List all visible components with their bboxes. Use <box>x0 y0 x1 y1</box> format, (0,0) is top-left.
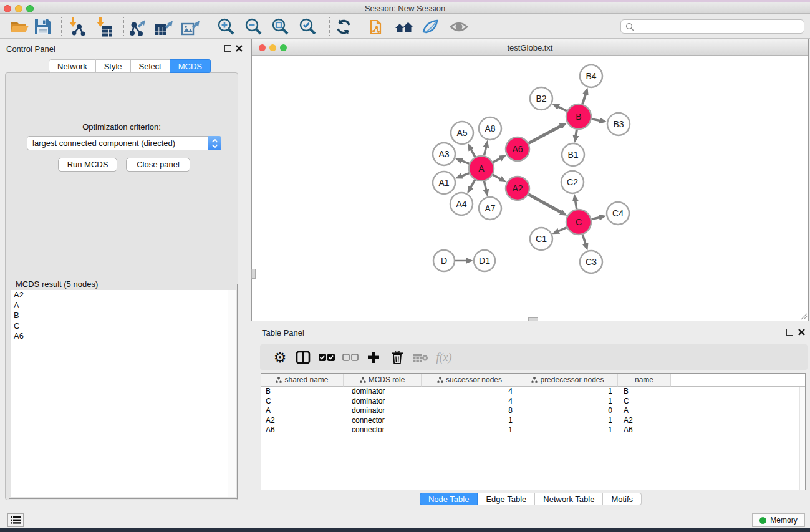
edge-A-A8[interactable] <box>484 147 486 155</box>
table-cell[interactable]: dominator <box>344 387 422 397</box>
tab-select[interactable]: Select <box>131 59 170 73</box>
edge-A-A1[interactable] <box>461 173 469 177</box>
zoom-in-icon[interactable] <box>215 16 238 38</box>
table-cell[interactable]: dominator <box>344 397 422 407</box>
table-row[interactable]: Cdominator41C <box>261 397 805 407</box>
node-C3[interactable]: C3 <box>580 251 602 273</box>
table-cell[interactable]: 0 <box>518 406 618 416</box>
table-cell[interactable]: A2 <box>618 416 671 426</box>
network-graph[interactable]: AA1A2A3A4A5A6A7A8BB1B2B3B4CC1C2C3C4DD1 <box>253 56 808 321</box>
search-input[interactable] <box>637 22 804 31</box>
window-bottom-grip[interactable] <box>528 317 538 321</box>
edge-B-B4[interactable] <box>582 94 586 104</box>
run-mcds-button[interactable]: Run MCDS <box>58 158 117 172</box>
zoom-fit-icon[interactable] <box>269 16 292 38</box>
import-table-icon[interactable] <box>92 16 115 38</box>
table-cell[interactable]: dominator <box>344 406 422 416</box>
edge-B-B2[interactable] <box>558 107 567 111</box>
tab-node-table[interactable]: Node Table <box>420 493 478 505</box>
node-C1[interactable]: C1 <box>530 228 552 250</box>
edge-C-C2[interactable] <box>576 201 577 210</box>
node-A3[interactable]: A3 <box>433 143 455 165</box>
table-cell[interactable]: A2 <box>261 416 344 426</box>
network-file-icon[interactable] <box>367 16 389 38</box>
criterion-dropdown[interactable]: largest connected component (directed) <box>27 136 221 150</box>
table-cell[interactable]: 1 <box>518 416 618 426</box>
tab-edge-table[interactable]: Edge Table <box>478 493 535 505</box>
mcds-result-scrollbar[interactable] <box>228 290 236 497</box>
splitter-grip[interactable] <box>251 269 256 279</box>
table-cell[interactable]: B <box>261 387 344 397</box>
table-row[interactable]: Bdominator41B <box>261 387 805 397</box>
table-row[interactable]: A6connector11A6 <box>261 425 805 435</box>
delete-row-icon[interactable] <box>387 347 408 368</box>
edge-B-B1[interactable] <box>576 130 577 137</box>
refresh-icon[interactable] <box>332 16 355 38</box>
tab-mcds[interactable]: MCDS <box>170 59 211 73</box>
mcds-result-item[interactable]: B <box>11 311 228 321</box>
table-cell[interactable]: connector <box>344 425 422 435</box>
table-cell[interactable]: A6 <box>261 425 344 435</box>
edge-B-B3[interactable] <box>592 119 600 121</box>
edge-A2-C[interactable] <box>529 195 561 213</box>
edge-A6-B[interactable] <box>529 126 561 143</box>
tab-network-table[interactable]: Network Table <box>535 493 603 505</box>
task-history-button[interactable] <box>7 513 24 527</box>
node-B[interactable]: B <box>566 104 591 129</box>
export-image-icon[interactable] <box>180 16 202 38</box>
edge-C-C1[interactable] <box>558 228 566 231</box>
edge-A-A5[interactable] <box>471 149 475 157</box>
node-B1[interactable]: B1 <box>562 143 584 166</box>
node-A7[interactable]: A7 <box>479 197 501 220</box>
show-all-icon[interactable] <box>448 16 470 38</box>
table-settings-icon[interactable]: ⚙ <box>269 347 291 368</box>
table-cell[interactable]: 1 <box>518 397 618 407</box>
deselect-all-icon[interactable] <box>340 347 361 368</box>
node-C4[interactable]: C4 <box>607 202 629 225</box>
mcds-result-item[interactable]: A2 <box>11 290 228 301</box>
column-header-predecessor-nodes[interactable]: predecessor nodes <box>518 374 618 387</box>
hide-selected-icon[interactable] <box>420 16 442 38</box>
node-A6[interactable]: A6 <box>506 137 529 161</box>
node-C2[interactable]: C2 <box>561 171 584 193</box>
node-C[interactable]: C <box>566 210 591 235</box>
open-file-icon[interactable] <box>8 16 31 38</box>
edge-A-A2[interactable] <box>493 175 500 179</box>
table-cell[interactable]: A6 <box>618 425 671 435</box>
zoom-selected-icon[interactable] <box>297 16 319 38</box>
node-A[interactable]: A <box>469 156 494 181</box>
node-A5[interactable]: A5 <box>451 122 473 144</box>
column-header-mcds-role[interactable]: MCDS role <box>344 374 422 387</box>
node-B4[interactable]: B4 <box>580 65 602 87</box>
node-A2[interactable]: A2 <box>506 177 529 200</box>
network-window-titlebar[interactable]: testGlobe.txt <box>252 39 808 56</box>
column-header-shared-name[interactable]: shared name <box>261 374 344 387</box>
table-cell[interactable]: C <box>618 397 671 407</box>
table-cell[interactable]: 1 <box>422 416 518 426</box>
node-D[interactable]: D <box>433 250 455 271</box>
table-cell[interactable]: B <box>618 387 671 397</box>
network-canvas[interactable]: AA1A2A3A4A5A6A7A8BB1B2B3B4CC1C2C3C4DD1 <box>253 56 808 321</box>
node-A8[interactable]: A8 <box>479 117 501 140</box>
mcds-result-item[interactable]: A6 <box>11 331 228 342</box>
column-header-name[interactable]: name <box>618 374 671 387</box>
mcds-result-item[interactable]: A <box>11 301 228 311</box>
tab-motifs[interactable]: Motifs <box>603 493 642 505</box>
float-panel-icon[interactable] <box>224 45 231 52</box>
export-table-icon[interactable] <box>153 16 175 38</box>
close-table-panel-icon[interactable] <box>798 328 806 336</box>
edge-A-A6[interactable] <box>493 158 501 162</box>
table-cell[interactable]: A <box>261 406 344 416</box>
table-cell[interactable]: 4 <box>422 387 518 397</box>
table-cell[interactable]: 4 <box>422 397 518 407</box>
edge-C-C3[interactable] <box>582 235 586 244</box>
mcds-result-item[interactable]: C <box>11 321 228 332</box>
mcds-result-list[interactable]: A2ABCA6 <box>11 290 228 497</box>
edge-A-A4[interactable] <box>471 180 475 188</box>
node-A1[interactable]: A1 <box>433 172 455 194</box>
table-cell[interactable]: 1 <box>518 387 618 397</box>
resize-corner-icon[interactable] <box>800 312 808 320</box>
home-neighbors-icon[interactable] <box>393 16 415 38</box>
node-table[interactable]: shared name MCDS role successor nodes pr… <box>261 373 806 490</box>
show-columns-icon[interactable] <box>292 347 314 368</box>
